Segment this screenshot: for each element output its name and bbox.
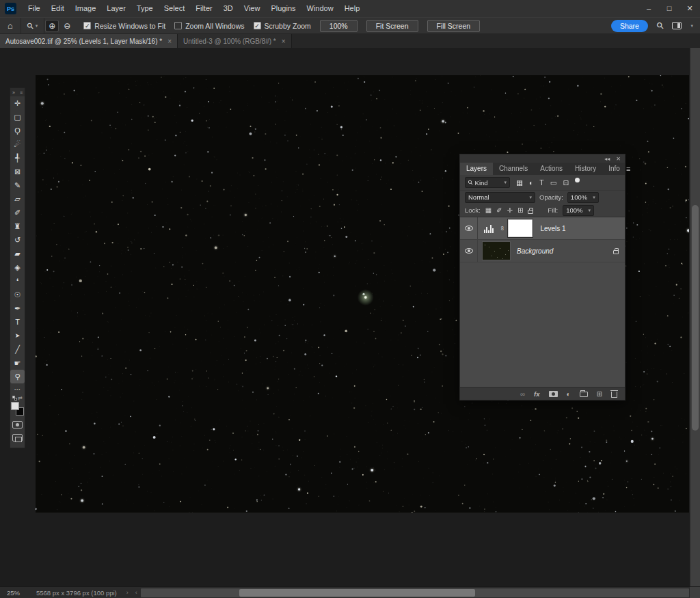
gradient-tool[interactable]: ◈: [10, 260, 25, 274]
resize-windows-checkbox-group[interactable]: ✓ Resize Windows to Fit: [83, 22, 165, 30]
menu-image[interactable]: Image: [70, 0, 102, 17]
tab-layers[interactable]: Layers: [460, 163, 493, 175]
home-icon[interactable]: ⌂: [0, 21, 21, 31]
checkbox-label[interactable]: Resize Windows to Fit: [94, 22, 165, 30]
hand-tool[interactable]: ☛: [10, 356, 25, 370]
panel-title-bar[interactable]: ◂◂ ✕: [460, 154, 625, 163]
new-group-icon[interactable]: [580, 392, 588, 397]
menu-3d[interactable]: 3D: [218, 0, 239, 17]
frame-tool[interactable]: ⊠: [10, 165, 25, 178]
add-layer-mask-icon[interactable]: [549, 391, 558, 397]
menu-layer[interactable]: Layer: [101, 0, 131, 17]
eye-icon[interactable]: [465, 248, 473, 254]
layer-name[interactable]: Levels 1: [540, 225, 565, 232]
zoom-level-field[interactable]: 25%: [0, 589, 30, 597]
maximize-button[interactable]: □: [659, 0, 679, 17]
fill-screen-button[interactable]: Fill Screen: [427, 20, 481, 32]
move-tool[interactable]: ✛: [10, 96, 25, 110]
magic-wand-tool[interactable]: ☄: [10, 137, 25, 151]
checkbox-checked-icon[interactable]: ✓: [254, 22, 261, 29]
menu-plugins[interactable]: Plugins: [265, 0, 301, 17]
edit-toolbar-button[interactable]: ⋯: [14, 383, 21, 394]
tab-info[interactable]: Info: [602, 163, 626, 175]
active-tool-preset[interactable]: ⚲ ▾: [21, 21, 44, 31]
type-tool[interactable]: T: [10, 315, 25, 329]
lasso-tool[interactable]: Ϙ: [10, 124, 25, 137]
screen-mode-icon[interactable]: [12, 434, 23, 441]
zoom-in-button[interactable]: ⊕: [46, 21, 58, 31]
rectangular-marquee-tool[interactable]: ▢: [10, 110, 25, 124]
line-tool[interactable]: ╱: [10, 342, 25, 356]
filter-smart-objects-icon[interactable]: ⊡: [563, 179, 569, 187]
close-button[interactable]: ✕: [679, 0, 700, 17]
zoom-tool[interactable]: ⚲: [10, 370, 25, 383]
menu-edit[interactable]: Edit: [46, 0, 70, 17]
filter-type-layers-icon[interactable]: T: [539, 179, 543, 187]
layer-mask-link-icon[interactable]: ∞: [499, 226, 506, 230]
foreground-color-swatch[interactable]: [11, 402, 19, 410]
tab-channels[interactable]: Channels: [493, 163, 534, 175]
eyedropper-tool[interactable]: ✎: [10, 178, 25, 192]
layer-row-background[interactable]: Background: [460, 240, 625, 262]
chevron-down-icon[interactable]: ▾: [690, 23, 693, 29]
collapse-tools-icon[interactable]: »: [12, 90, 15, 95]
eraser-tool[interactable]: ▰: [10, 247, 25, 260]
dodge-tool[interactable]: ☉: [10, 288, 25, 301]
default-colors-icon[interactable]: [12, 396, 17, 400]
eye-icon[interactable]: [465, 226, 473, 231]
menu-select[interactable]: Select: [159, 0, 191, 17]
lock-all-icon[interactable]: [528, 210, 533, 214]
lock-artboard-icon[interactable]: ⊞: [517, 207, 523, 214]
menu-file[interactable]: File: [23, 0, 46, 17]
layer-style-icon[interactable]: fx: [534, 390, 539, 398]
share-button[interactable]: Share: [611, 20, 648, 32]
blur-tool[interactable]: ❛: [10, 274, 25, 288]
tab-history[interactable]: History: [569, 163, 602, 175]
filter-pixel-layers-icon[interactable]: ▦: [516, 179, 523, 187]
new-adjustment-layer-icon[interactable]: ◐: [567, 390, 571, 398]
checkbox-unchecked-icon[interactable]: [174, 22, 182, 29]
menu-help[interactable]: Help: [339, 0, 366, 17]
filter-shape-layers-icon[interactable]: ▭: [550, 179, 557, 187]
crop-tool[interactable]: ╃: [10, 151, 25, 165]
scrubby-zoom-checkbox-group[interactable]: ✓ Scrubby Zoom: [254, 22, 311, 30]
link-layers-icon[interactable]: ∞: [520, 390, 525, 398]
tab-untitled3[interactable]: Untitled-3 @ 100% (RGB/8#) * ×: [178, 34, 292, 48]
layer-name[interactable]: Background: [517, 247, 553, 255]
delete-layer-icon[interactable]: [611, 392, 617, 398]
new-layer-icon[interactable]: ⊞: [597, 390, 602, 398]
lock-paint-icon[interactable]: ✐: [496, 207, 502, 214]
close-panel-icon[interactable]: ✕: [616, 156, 621, 162]
healing-brush-tool[interactable]: ▱: [10, 192, 25, 206]
minimize-button[interactable]: –: [638, 0, 659, 17]
layer-row-levels1[interactable]: ∞ Levels 1: [460, 217, 625, 240]
history-brush-tool[interactable]: ↺: [10, 233, 25, 247]
layer-filter-toggle[interactable]: [575, 178, 580, 182]
fit-screen-button[interactable]: Fit Screen: [366, 20, 418, 32]
panel-menu-icon[interactable]: ≡: [626, 163, 635, 175]
checkbox-label[interactable]: Scrubby Zoom: [265, 22, 311, 30]
vertical-scrollbar[interactable]: [690, 48, 700, 586]
search-icon[interactable]: ⚲: [654, 20, 666, 31]
tab-close-icon[interactable]: ×: [282, 38, 286, 45]
menu-view[interactable]: View: [239, 0, 266, 17]
lock-position-icon[interactable]: ✛: [507, 207, 513, 214]
tab-actions[interactable]: Actions: [534, 163, 569, 175]
path-selection-tool[interactable]: ➤: [10, 329, 25, 342]
filter-adjustment-layers-icon[interactable]: ◐: [529, 179, 533, 187]
status-chevron-icon[interactable]: ›: [123, 589, 132, 596]
lock-transparency-icon[interactable]: ▦: [485, 207, 492, 214]
visibility-column[interactable]: [460, 217, 478, 239]
visibility-column[interactable]: [460, 240, 478, 262]
layer-thumbnail[interactable]: [482, 241, 511, 260]
quick-mask-mode-icon[interactable]: [12, 421, 23, 429]
zoom-all-windows-checkbox-group[interactable]: Zoom All Windows: [174, 22, 244, 30]
fill-select[interactable]: 100% ▾: [563, 205, 594, 216]
swap-colors-icon[interactable]: ⇄: [18, 395, 23, 401]
scroll-left-arrow-icon[interactable]: ‹: [132, 589, 141, 596]
horizontal-scrollbar[interactable]: [141, 588, 689, 597]
locked-layer-icon[interactable]: [613, 250, 619, 254]
levels-histogram-icon[interactable]: [484, 223, 494, 233]
checkbox-checked-icon[interactable]: ✓: [83, 22, 91, 29]
pen-tool[interactable]: ✒: [10, 301, 25, 315]
